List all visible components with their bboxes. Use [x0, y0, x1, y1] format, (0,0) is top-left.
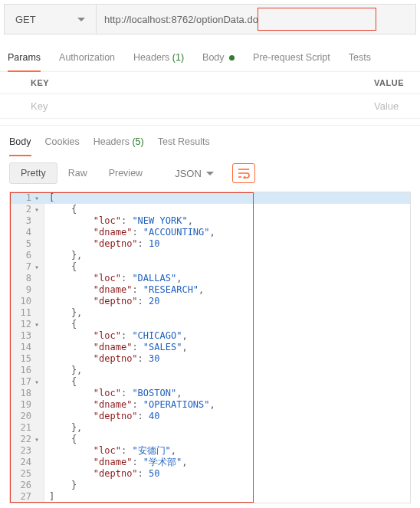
code-content: "deptno": 20: [44, 296, 160, 307]
code-content: "dname": "学术部",: [44, 457, 188, 468]
line-number: 13: [10, 330, 34, 342]
code-line: 27]: [10, 491, 410, 503]
tab-prerequest[interactable]: Pre-request Script: [253, 52, 330, 71]
code-line: 9 "dname": "RESEARCH",: [10, 284, 410, 296]
code-content: {: [44, 434, 77, 445]
rtab-cookies[interactable]: Cookies: [45, 136, 80, 156]
code-content: "deptno": 10: [44, 238, 160, 250]
code-line: 19 "dname": "OPERATIONS",: [10, 399, 410, 411]
code-line: 7▾ {: [10, 261, 410, 273]
request-bar: GET http://localhost:8762/optionData.do: [4, 4, 416, 34]
code-line: 16 },: [10, 365, 410, 376]
line-number: 12: [10, 319, 34, 330]
view-pretty[interactable]: Pretty: [9, 162, 57, 184]
code-line: 8 "loc": "DALLAS",: [10, 273, 410, 284]
code-content: },: [44, 365, 82, 376]
code-content: "dname": "ACCOUNTING",: [44, 227, 215, 238]
line-number: 18: [10, 388, 34, 399]
fold-toggle-icon[interactable]: ▾: [34, 192, 44, 204]
rtab-test-results[interactable]: Test Results: [158, 136, 210, 156]
code-line: 5 "deptno": 10: [10, 238, 410, 250]
code-line: 4 "dname": "ACCOUNTING",: [10, 227, 410, 238]
key-input[interactable]: Key: [0, 94, 366, 118]
code-content: }: [44, 480, 77, 491]
code-line: 17▾ {: [10, 376, 410, 388]
code-line: 21 },: [10, 422, 410, 434]
code-line: 22▾ {: [10, 434, 410, 445]
body-active-dot-icon: [229, 55, 235, 61]
fold-toggle-icon: [34, 307, 44, 319]
line-number: 11: [10, 307, 34, 319]
params-row-empty[interactable]: Key Value: [0, 94, 420, 119]
params-table-header: KEY VALUE: [0, 72, 420, 94]
value-input[interactable]: Value: [366, 94, 420, 118]
rtab-body[interactable]: Body: [9, 136, 31, 156]
line-number: 25: [10, 468, 34, 480]
fold-toggle-icon[interactable]: ▾: [34, 261, 44, 273]
tab-params[interactable]: Params: [8, 52, 41, 72]
format-select[interactable]: JSON: [167, 163, 221, 184]
response-body-viewer[interactable]: 1▾[2▾ {3 "loc": "NEW YORK",4 "dname": "A…: [9, 192, 411, 503]
url-input[interactable]: http://localhost:8762/optionData.do: [97, 5, 415, 34]
fold-toggle-icon: [34, 296, 44, 307]
params-table: KEY VALUE Key Value: [0, 72, 420, 119]
code-content: ]: [44, 491, 54, 503]
http-method-value: GET: [15, 14, 36, 25]
code-line: 2▾ {: [10, 204, 410, 215]
line-number: 14: [10, 342, 34, 353]
fold-toggle-icon: [34, 457, 44, 468]
code-content: "deptno": 30: [44, 353, 160, 365]
url-value: http://localhost:8762/optionData.do: [104, 14, 258, 25]
view-raw[interactable]: Raw: [57, 163, 98, 183]
key-header: KEY: [0, 72, 366, 93]
fold-toggle-icon: [34, 445, 44, 457]
line-number: 19: [10, 399, 34, 411]
code-content: "loc": "BOSTON",: [44, 388, 182, 399]
line-number: 2: [10, 204, 34, 215]
code-content: "dname": "OPERATIONS",: [44, 399, 215, 411]
code-line: 1▾[: [10, 192, 410, 204]
fold-toggle-icon[interactable]: ▾: [34, 319, 44, 330]
tab-headers[interactable]: Headers (1): [133, 52, 184, 71]
rtab-headers[interactable]: Headers (5): [94, 136, 144, 156]
code-line: 15 "deptno": 30: [10, 353, 410, 365]
wrap-lines-icon: [238, 168, 250, 179]
view-preview[interactable]: Preview: [98, 163, 153, 183]
wrap-lines-button[interactable]: [232, 163, 255, 183]
line-number: 23: [10, 445, 34, 457]
http-method-select[interactable]: GET: [5, 5, 97, 34]
code-lines: 1▾[2▾ {3 "loc": "NEW YORK",4 "dname": "A…: [10, 192, 410, 503]
code-line: 25 "deptno": 50: [10, 468, 410, 480]
code-content: },: [44, 307, 82, 319]
code-content: {: [44, 376, 77, 388]
line-number: 6: [10, 250, 34, 261]
code-content: {: [44, 319, 77, 330]
fold-toggle-icon: [34, 388, 44, 399]
fold-toggle-icon: [34, 411, 44, 422]
fold-toggle-icon[interactable]: ▾: [34, 376, 44, 388]
code-line: 11 },: [10, 307, 410, 319]
fold-toggle-icon: [34, 238, 44, 250]
tab-authorization[interactable]: Authorization: [59, 52, 115, 71]
url-highlight-box: [258, 8, 376, 31]
code-content: "dname": "SALES",: [44, 342, 188, 353]
fold-toggle-icon[interactable]: ▾: [34, 434, 44, 445]
code-line: 13 "loc": "CHICAGO",: [10, 330, 410, 342]
code-line: 23 "loc": "安德门",: [10, 445, 410, 457]
tab-tests[interactable]: Tests: [349, 52, 371, 71]
code-line: 14 "dname": "SALES",: [10, 342, 410, 353]
code-content: "loc": "DALLAS",: [44, 273, 182, 284]
fold-toggle-icon: [34, 491, 44, 503]
code-content: {: [44, 261, 77, 273]
code-line: 18 "loc": "BOSTON",: [10, 388, 410, 399]
code-line: 10 "deptno": 20: [10, 296, 410, 307]
code-line: 26 }: [10, 480, 410, 491]
request-tabs: Params Authorization Headers (1) Body Pr…: [0, 38, 420, 72]
line-number: 10: [10, 296, 34, 307]
viewer-controls: Pretty Raw Preview JSON: [0, 156, 420, 192]
response-tabs: Body Cookies Headers (5) Test Results: [0, 125, 420, 156]
fold-toggle-icon[interactable]: ▾: [34, 204, 44, 215]
fold-toggle-icon: [34, 215, 44, 227]
fold-toggle-icon: [34, 250, 44, 261]
tab-body[interactable]: Body: [202, 52, 235, 71]
